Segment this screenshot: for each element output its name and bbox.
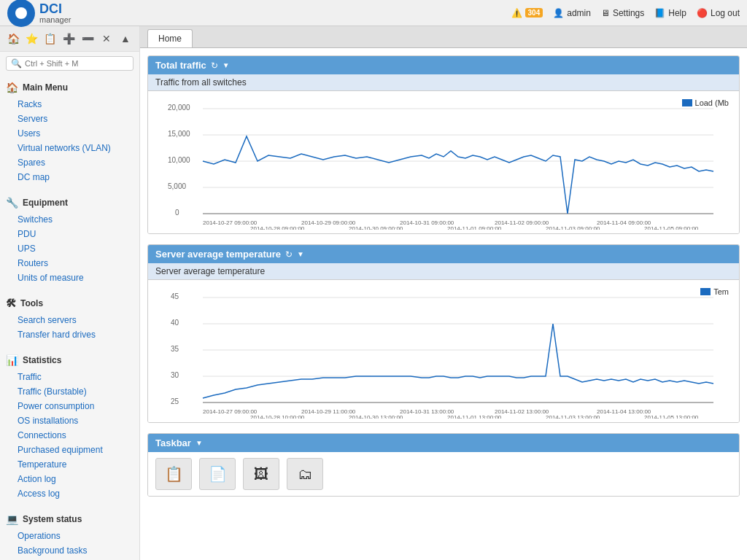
taskbar-icon-2[interactable]: 📄: [199, 458, 236, 490]
taskbar-header: Taskbar ▼: [148, 434, 739, 452]
section-header-system-status[interactable]: 💻 System status: [0, 510, 139, 529]
sidebar-item-traffic[interactable]: Traffic: [0, 370, 139, 384]
total-traffic-title: Total traffic: [155, 60, 206, 71]
taskbar-icon-3[interactable]: 🖼: [243, 458, 279, 490]
sidebar-item-switches[interactable]: Switches: [0, 212, 139, 227]
sidebar-item-racks[interactable]: Racks: [0, 97, 139, 112]
section-header-main-menu[interactable]: 🏠 Main Menu: [0, 78, 139, 97]
sidebar-item-temperature[interactable]: Temperature: [0, 457, 139, 472]
svg-text:2014-11-04 09:00:00: 2014-11-04 09:00:00: [597, 219, 651, 226]
section-label-tools: Tools: [20, 298, 43, 308]
taskbar-icon-1[interactable]: 📋: [155, 458, 192, 490]
svg-text:2014-11-04 13:00:00: 2014-11-04 13:00:00: [597, 408, 651, 415]
server-temp-refresh-icon[interactable]: ↻: [285, 249, 293, 260]
section-header-tools[interactable]: 🛠 Tools: [0, 294, 139, 313]
svg-text:40: 40: [171, 319, 179, 327]
taskbar-icons-row: 📋 📄 🖼 🗂: [148, 452, 739, 496]
tab-home[interactable]: Home: [147, 29, 193, 47]
main-content: Home Total traffic ↻ ▼ Traffic from all …: [140, 26, 747, 560]
sidebar-item-traffic-burstable[interactable]: Traffic (Burstable): [0, 384, 139, 399]
total-traffic-legend: Load (Mb: [682, 98, 729, 107]
taskbar-dropdown-icon[interactable]: ▼: [196, 439, 203, 447]
sidebar-item-pdu[interactable]: PDU: [0, 227, 139, 241]
sidebar-item-search-servers[interactable]: Search servers: [0, 313, 139, 327]
section-statistics: 📊 Statistics Traffic Traffic (Burstable)…: [0, 348, 139, 504]
topbar-left: DCI manager: [7, 0, 71, 27]
sidebar-item-operations[interactable]: Operations: [0, 529, 139, 543]
help-icon: 📘: [654, 8, 665, 18]
home-tool-button[interactable]: 🏠: [6, 31, 21, 47]
help-button[interactable]: 📘 Help: [654, 8, 686, 18]
logo-text-block: DCI manager: [39, 2, 71, 24]
svg-text:5,000: 5,000: [168, 182, 186, 190]
svg-text:30: 30: [171, 371, 179, 379]
sidebar: 🏠 ⭐ 📋 ➕ ➖ ✕ ▲ 🔍 🏠 Main Menu Racks Server…: [0, 26, 140, 560]
scroll-up-button[interactable]: ▲: [117, 31, 133, 47]
star-tool-button[interactable]: ⭐: [24, 31, 39, 47]
taskbar-icon-4[interactable]: 🗂: [287, 458, 323, 490]
server-temp-body: Tem 45 40 35 30 25: [148, 280, 739, 422]
tab-bar: Home: [140, 26, 747, 48]
svg-text:2014-10-27 09:00:00: 2014-10-27 09:00:00: [203, 408, 258, 415]
server-temp-dropdown-icon[interactable]: ▼: [297, 250, 304, 258]
sidebar-item-vlan[interactable]: Virtual networks (VLAN): [0, 141, 139, 155]
svg-text:2014-10-31 09:00:00: 2014-10-31 09:00:00: [400, 219, 454, 226]
sidebar-item-background-tasks[interactable]: Background tasks: [0, 543, 139, 558]
total-traffic-dropdown-icon[interactable]: ▼: [222, 61, 230, 69]
svg-text:2014-10-27 09:00:00: 2014-10-27 09:00:00: [203, 219, 258, 226]
total-traffic-refresh-icon[interactable]: ↻: [211, 61, 218, 71]
sidebar-item-action-log[interactable]: Action log: [0, 472, 139, 486]
section-label-system-status: System status: [23, 514, 82, 524]
copy-tool-button[interactable]: 📋: [42, 31, 58, 47]
search-icon: 🔍: [11, 58, 22, 69]
sidebar-item-ups[interactable]: UPS: [0, 241, 139, 256]
server-temp-title: Server average temperature: [155, 249, 281, 260]
settings-label: Settings: [613, 8, 644, 18]
server-temp-panel: Server average temperature ↻ ▼ Server av…: [147, 244, 740, 423]
warning-icon: ⚠️: [511, 8, 522, 18]
notification-button[interactable]: ⚠️ 304: [511, 8, 543, 18]
sidebar-item-power[interactable]: Power consumption: [0, 399, 139, 413]
admin-label: admin: [567, 8, 591, 18]
topbar-right: ⚠️ 304 👤 admin 🖥 Settings 📘 Help 🔴 Log o…: [511, 8, 740, 18]
svg-text:2014-10-30 09:00:00: 2014-10-30 09:00:00: [349, 225, 403, 230]
section-tools: 🛠 Tools Search servers Transfer hard dri…: [0, 291, 139, 345]
statistics-icon: 📊: [6, 354, 18, 366]
section-system-status: 💻 System status Operations Background ta…: [0, 507, 139, 560]
svg-text:2014-10-29 11:00:00: 2014-10-29 11:00:00: [301, 408, 356, 415]
server-temp-svg: 45 40 35 30 25 2014-10-: [155, 287, 732, 419]
sidebar-item-dcmap[interactable]: DC map: [0, 170, 139, 184]
sidebar-item-os[interactable]: OS installations: [0, 413, 139, 428]
svg-text:2014-11-01 09:00:00: 2014-11-01 09:00:00: [447, 225, 502, 230]
search-input[interactable]: [25, 59, 128, 68]
add-tool-button[interactable]: ➕: [61, 31, 77, 47]
sidebar-item-users[interactable]: Users: [0, 126, 139, 141]
svg-text:2014-11-02 09:00:00: 2014-11-02 09:00:00: [495, 219, 549, 226]
admin-button[interactable]: 👤 admin: [553, 8, 591, 18]
svg-text:0: 0: [175, 209, 179, 217]
sidebar-item-transfer[interactable]: Transfer hard drives: [0, 327, 139, 342]
settings-button[interactable]: 🖥 Settings: [601, 8, 644, 18]
taskbar-panel: Taskbar ▼ 📋 📄 🖼 🗂: [147, 433, 740, 497]
server-temp-header: Server average temperature ↻ ▼: [148, 245, 739, 263]
sidebar-item-connections[interactable]: Connections: [0, 428, 139, 443]
sidebar-item-access-log[interactable]: Access log: [0, 486, 139, 501]
svg-text:35: 35: [171, 345, 179, 353]
legend-color-load: [682, 99, 692, 106]
svg-text:15,000: 15,000: [168, 130, 190, 138]
svg-text:2014-11-02 13:00:00: 2014-11-02 13:00:00: [495, 408, 549, 415]
logout-button[interactable]: 🔴 Log out: [697, 8, 740, 18]
sidebar-search-bar[interactable]: 🔍: [6, 56, 133, 71]
svg-text:2014-11-01 13:00:00: 2014-11-01 13:00:00: [447, 414, 502, 419]
section-header-equipment[interactable]: 🔧 Equipment: [0, 193, 139, 212]
sidebar-item-servers[interactable]: Servers: [0, 112, 139, 126]
svg-text:2014-11-03 13:00:00: 2014-11-03 13:00:00: [546, 414, 600, 419]
sidebar-item-purchased[interactable]: Purchased equipment: [0, 443, 139, 457]
svg-text:2014-11-03 09:00:00: 2014-11-03 09:00:00: [546, 225, 600, 230]
expand-tool-button[interactable]: ✕: [98, 31, 115, 47]
sidebar-item-routers[interactable]: Routers: [0, 256, 139, 271]
sidebar-item-units[interactable]: Units of measure: [0, 271, 139, 285]
minus-tool-button[interactable]: ➖: [80, 31, 96, 47]
section-header-statistics[interactable]: 📊 Statistics: [0, 351, 139, 370]
sidebar-item-spares[interactable]: Spares: [0, 155, 139, 170]
